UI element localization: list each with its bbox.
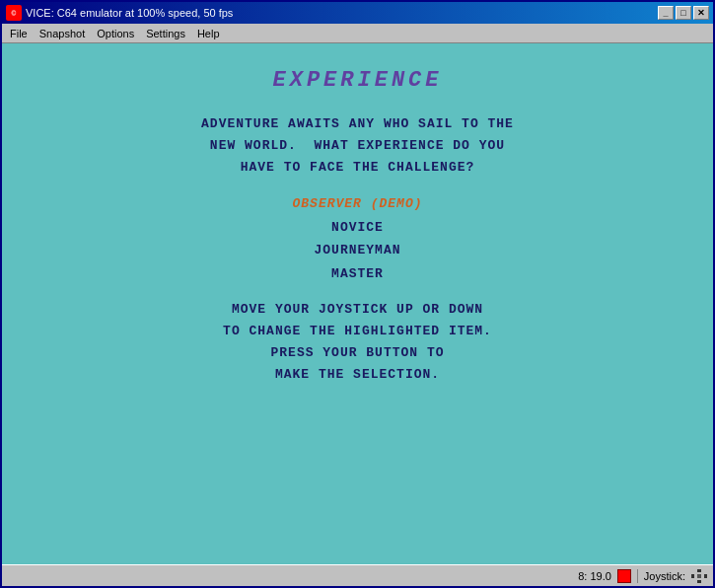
svg-rect-4 (697, 580, 701, 583)
svg-rect-2 (697, 574, 701, 578)
svg-rect-0 (697, 569, 701, 572)
status-divider (637, 569, 638, 583)
status-bar: 8: 19.0 Joystick: (2, 564, 713, 586)
game-title: EXPERIENCE (272, 63, 442, 98)
emulator-screen: EXPERIENCE ADVENTURE AWAITS ANY WHO SAIL… (2, 43, 713, 564)
minimize-button[interactable]: _ (658, 6, 674, 20)
window-controls: _ □ ✕ (658, 6, 709, 20)
menu-snapshot[interactable]: Snapshot (34, 26, 91, 41)
menu-file[interactable]: File (4, 26, 34, 41)
menu-settings[interactable]: Settings (140, 26, 191, 41)
close-button[interactable]: ✕ (693, 6, 709, 20)
instructions: MOVE YOUR JOYSTICK UP OR DOWN TO CHANGE … (223, 299, 492, 386)
description-text: ADVENTURE AWAITS ANY WHO SAIL TO THE NEW… (201, 113, 514, 179)
coordinates-display: 8: 19.0 (578, 570, 611, 582)
title-bar: © VICE: C64 emulator at 100% speed, 50 f… (2, 2, 713, 24)
option-novice: NOVICE (331, 220, 384, 235)
menu-help[interactable]: Help (191, 26, 226, 41)
svg-rect-3 (704, 574, 707, 578)
option-master: MASTER (331, 266, 384, 281)
joystick-label: Joystick: (644, 570, 685, 582)
menu-options[interactable]: Options (91, 26, 140, 41)
menu-bar: File Snapshot Options Settings Help (2, 24, 713, 43)
app-icon: © (6, 5, 22, 21)
status-indicator (617, 569, 631, 583)
svg-rect-1 (691, 574, 694, 578)
joystick-icon (691, 569, 707, 583)
window-title: VICE: C64 emulator at 100% speed, 50 fps (26, 7, 658, 19)
main-window: © VICE: C64 emulator at 100% speed, 50 f… (0, 0, 715, 588)
selected-option: OBSERVER (DEMO) (292, 196, 422, 211)
menu-options: OBSERVER (DEMO) NOVICE JOURNEYMAN MASTER (292, 192, 422, 285)
option-journeyman: JOURNEYMAN (314, 243, 400, 257)
maximize-button[interactable]: □ (676, 6, 691, 20)
